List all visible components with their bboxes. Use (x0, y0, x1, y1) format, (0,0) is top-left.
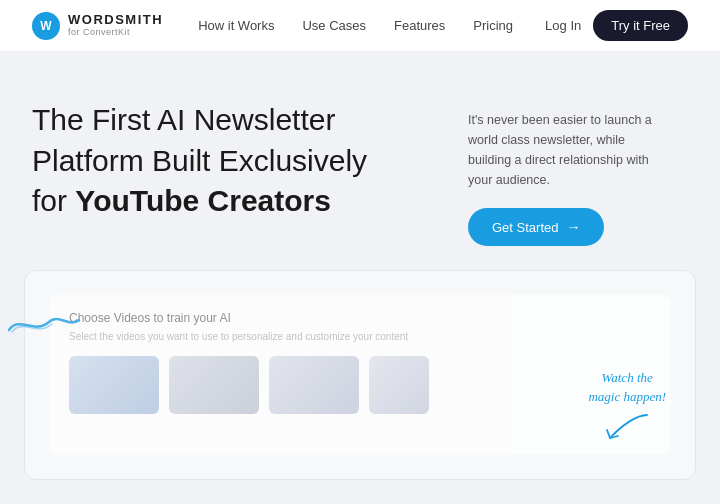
get-started-arrow: → (566, 219, 580, 235)
scribble-decoration (4, 310, 84, 344)
thumbnail-4 (369, 356, 429, 414)
logo-text: WORDSMITH for ConvertKit (68, 13, 163, 37)
try-free-button[interactable]: Try it Free (593, 10, 688, 41)
nav-use-cases[interactable]: Use Cases (302, 18, 366, 33)
hero-left: The First AI Newsletter Platform Built E… (32, 100, 428, 222)
demo-inner-subtitle: Select the videos you want to use to per… (69, 331, 651, 342)
hero-description: It's never been easier to launch a world… (468, 110, 668, 190)
demo-inner-title: Choose Videos to train your AI (69, 311, 651, 325)
magic-line2: magic happen! (588, 389, 666, 404)
magic-line1: Watch the (602, 370, 653, 385)
hero-title-line1: The First AI Newsletter (32, 103, 335, 136)
logo-subtitle: for ConvertKit (68, 28, 163, 38)
get-started-label: Get Started (492, 220, 558, 235)
nav-links: How it Works Use Cases Features Pricing (198, 18, 513, 33)
thumbnail-3 (269, 356, 359, 414)
hero-title-line2: Platform Built Exclusively (32, 144, 367, 177)
logo-icon: W (32, 12, 60, 40)
hero-right: It's never been easier to launch a world… (468, 100, 688, 246)
get-started-button[interactable]: Get Started → (468, 208, 604, 246)
nav-features[interactable]: Features (394, 18, 445, 33)
nav-how-it-works[interactable]: How it Works (198, 18, 274, 33)
hero-title-bold: YouTube Creators (75, 184, 331, 217)
demo-inner: Choose Videos to train your AI Select th… (49, 295, 671, 455)
logo-title: WORDSMITH (68, 13, 163, 27)
thumbnail-1 (69, 356, 159, 414)
magic-label: Watch the magic happen! (588, 370, 666, 404)
logo: W WORDSMITH for ConvertKit (32, 12, 163, 40)
demo-section: Choose Videos to train your AI Select th… (24, 270, 696, 480)
thumbnail-2 (169, 356, 259, 414)
demo-thumbnails (69, 356, 651, 414)
magic-text: Watch the magic happen! (588, 368, 666, 440)
hero-title-line3-prefix: for (32, 184, 75, 217)
hero-section: The First AI Newsletter Platform Built E… (32, 60, 688, 270)
hero-title: The First AI Newsletter Platform Built E… (32, 100, 428, 222)
nav-pricing[interactable]: Pricing (473, 18, 513, 33)
navbar: W WORDSMITH for ConvertKit How it Works … (0, 0, 720, 52)
login-button[interactable]: Log In (545, 18, 581, 33)
